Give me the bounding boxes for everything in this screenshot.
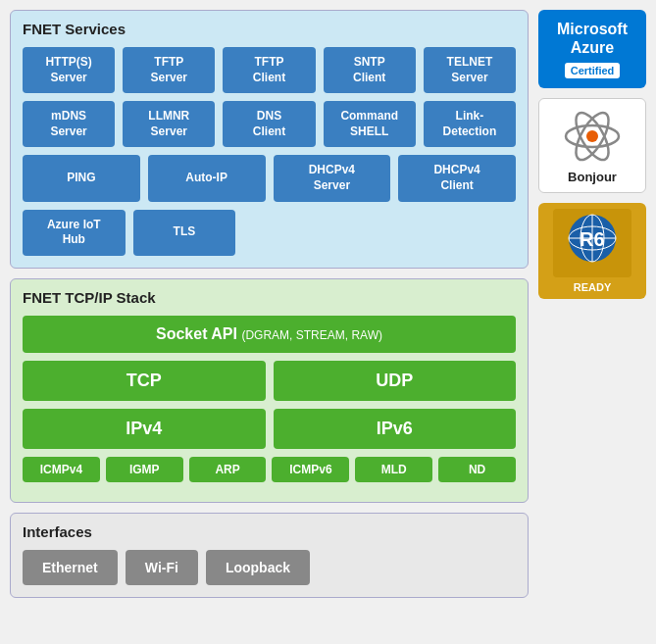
tftp-server-btn[interactable]: TFTPServer [123, 47, 215, 93]
certified-badge: Certified [565, 63, 621, 78]
fnet-stack-title: FNET TCP/IP Stack [23, 289, 516, 306]
arp-block: ARP [189, 457, 267, 482]
services-grid: HTTP(S)Server TFTPServer TFTPClient SNTP… [23, 47, 516, 256]
llmnr-server-btn[interactable]: LLMNRServer [123, 101, 215, 147]
sntp-client-btn[interactable]: SNTPClient [324, 47, 416, 93]
azure-title: MicrosoftAzure [546, 20, 638, 57]
ipv6-block: IPv6 [274, 409, 517, 449]
https-server-btn[interactable]: HTTP(S)Server [23, 47, 115, 93]
bonjour-box: Bonjour [538, 98, 646, 193]
tcp-block: TCP [23, 361, 266, 401]
command-shell-btn[interactable]: CommandSHELL [324, 101, 416, 147]
ethernet-btn[interactable]: Ethernet [23, 550, 118, 585]
link-detection-btn[interactable]: Link-Detection [424, 101, 516, 147]
ipv4-ipv6-row: IPv4 IPv6 [23, 409, 516, 449]
bonjour-icon [563, 107, 622, 166]
ipv4-block: IPv4 [23, 409, 266, 449]
fnet-stack-section: FNET TCP/IP Stack Socket API (DGRAM, STR… [10, 278, 529, 503]
services-row-4: Azure IoTHub TLS [23, 210, 516, 256]
auto-ip-btn[interactable]: Auto-IP [148, 155, 266, 201]
udp-block: UDP [274, 361, 517, 401]
igmp-block: IGMP [106, 457, 183, 482]
bonjour-label: Bonjour [547, 170, 637, 184]
right-panel: MicrosoftAzure Certified Bonjour [538, 10, 646, 598]
small-blocks-row: ICMPv4 IGMP ARP ICMPv6 MLD ND [23, 457, 516, 482]
wifi-btn[interactable]: Wi-Fi [126, 550, 198, 585]
main-container: FNET Services HTTP(S)Server TFTPServer T… [10, 10, 646, 598]
tls-btn[interactable]: TLS [133, 210, 236, 256]
socket-api-label: Socket API [156, 325, 237, 342]
dhcpv4-server-btn[interactable]: DHCPv4Server [274, 155, 391, 201]
svg-text:R6: R6 [580, 228, 605, 250]
r6-ready-box: R6 READY [538, 203, 646, 299]
ping-btn[interactable]: PING [23, 155, 140, 201]
services-row-3: PING Auto-IP DHCPv4Server DHCPv4Client [23, 155, 516, 201]
left-panel: FNET Services HTTP(S)Server TFTPServer T… [10, 10, 529, 598]
dns-client-btn[interactable]: DNSClient [223, 101, 315, 147]
tftp-client-btn[interactable]: TFTPClient [223, 47, 315, 93]
socket-api-sub: (DGRAM, STREAM, RAW) [241, 328, 382, 342]
interface-buttons-row: Ethernet Wi-Fi Loopback [23, 550, 516, 585]
interfaces-title: Interfaces [23, 523, 516, 540]
dhcpv4-client-btn[interactable]: DHCPv4Client [398, 155, 516, 201]
svg-point-0 [586, 130, 598, 142]
tcp-udp-row: TCP UDP [23, 361, 516, 401]
icmpv4-block: ICMPv4 [23, 457, 100, 482]
loopback-btn[interactable]: Loopback [206, 550, 310, 585]
mld-block: MLD [355, 457, 432, 482]
icmpv6-block: ICMPv6 [272, 457, 349, 482]
azure-box: MicrosoftAzure Certified [538, 10, 646, 88]
telnet-server-btn[interactable]: TELNETServer [424, 47, 516, 93]
mdns-server-btn[interactable]: mDNSServer [23, 101, 115, 147]
fnet-services-section: FNET Services HTTP(S)Server TFTPServer T… [10, 10, 529, 269]
fnet-services-title: FNET Services [23, 21, 516, 37]
socket-api-block: Socket API (DGRAM, STREAM, RAW) [23, 316, 516, 353]
services-row-1: HTTP(S)Server TFTPServer TFTPClient SNTP… [23, 47, 516, 93]
r6-ready-label: READY [574, 281, 612, 293]
interfaces-section: Interfaces Ethernet Wi-Fi Loopback [10, 513, 529, 598]
azure-iot-hub-btn[interactable]: Azure IoTHub [23, 210, 126, 256]
nd-block: ND [438, 457, 516, 482]
services-row-2: mDNSServer LLMNRServer DNSClient Command… [23, 101, 516, 147]
